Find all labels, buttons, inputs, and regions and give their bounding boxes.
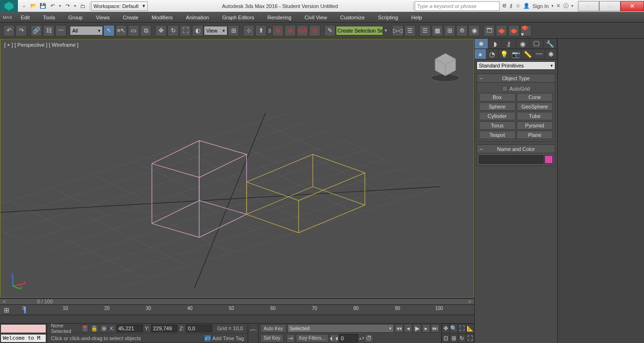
cameras-tab[interactable]: 📷	[510, 49, 522, 59]
curve-editor-button[interactable]: ⊞	[444, 25, 455, 36]
prev-frame-icon[interactable]: ◂	[404, 324, 412, 333]
cylinder-button[interactable]: Cylinder	[479, 112, 516, 120]
time-config-icon[interactable]: ⏱	[365, 334, 373, 343]
x-input[interactable]: 45,221	[117, 325, 143, 332]
snap-toggle-button[interactable]: ⋒	[272, 25, 284, 36]
sphere-button[interactable]: Sphere	[479, 102, 516, 111]
angle-snap-button[interactable]: ⋒	[284, 25, 296, 36]
autogrid-checkbox[interactable]	[502, 86, 508, 92]
spinner-snap-button[interactable]: ⋒	[309, 25, 320, 36]
ref-coord-dropdown[interactable]: View▾	[204, 26, 227, 35]
lock-icon[interactable]: 🔒	[91, 325, 98, 332]
timeline-ruler[interactable]: ⊞ 0102030405060708090100	[0, 305, 474, 315]
unlink-button[interactable]: ⛓	[43, 25, 54, 36]
communication-center-icon[interactable]: ⌒	[248, 324, 258, 343]
menu-scripting[interactable]: Scripting	[378, 15, 398, 20]
geosphere-button[interactable]: GeoSphere	[517, 102, 553, 111]
menu-civil-view[interactable]: Civil View	[305, 15, 327, 20]
render-button[interactable]: 🫖	[508, 25, 519, 36]
render-dropdown-button[interactable]: 🫖▾	[520, 25, 532, 36]
collapse-icon[interactable]: −	[480, 75, 483, 81]
lights-tab[interactable]: 💡	[498, 49, 510, 59]
menu-views[interactable]: Views	[96, 15, 109, 20]
close-button[interactable]: ✕	[620, 1, 644, 11]
menu-animation[interactable]: Animation	[186, 15, 209, 20]
user-icon[interactable]: 👤	[523, 3, 530, 9]
edit-named-button[interactable]: ✎	[324, 25, 335, 36]
undo-icon[interactable]: ↶	[48, 2, 57, 10]
zoom-extents-all-icon[interactable]: ⊞	[450, 334, 458, 343]
motion-tab[interactable]: ◉	[516, 39, 530, 49]
zoom-extents-icon[interactable]: ⊡	[442, 334, 450, 343]
signin-link[interactable]: Sign In	[533, 3, 549, 9]
workspace-dropdown[interactable]: Workspace: Default ▾	[91, 1, 148, 11]
timeline-track[interactable]: < 0 / 100 >	[0, 298, 474, 305]
maxscript-input[interactable]: Welcome to M	[0, 334, 46, 343]
object-color-swatch[interactable]	[544, 155, 553, 164]
time-tag-icon[interactable]: 🏷	[204, 335, 211, 342]
signin-dropdown-icon[interactable]: ▾	[552, 4, 553, 8]
redo-button[interactable]: ↷	[16, 25, 27, 36]
rendered-frame-button[interactable]: 🫖	[496, 25, 507, 36]
material-editor-button[interactable]: ◉	[468, 25, 480, 36]
mirror-button[interactable]: ▷◁	[392, 25, 403, 36]
undo-dropdown-icon[interactable]: ▾	[58, 2, 62, 10]
goto-end-icon[interactable]: ⏭	[431, 324, 439, 333]
pan-icon[interactable]: ✥	[442, 324, 450, 334]
box-button[interactable]: Box	[479, 93, 516, 101]
category-dropdown[interactable]: Standard Primitives ▾	[477, 61, 555, 70]
key-filters-button[interactable]: Key Filters...	[296, 334, 329, 343]
spacewarps-tab[interactable]: 〰	[534, 49, 545, 59]
menu-help[interactable]: Help	[411, 15, 422, 20]
cone-button[interactable]: Cone	[517, 93, 553, 101]
prev-key-icon[interactable]: ⏴⏴	[330, 334, 338, 343]
select-object-button[interactable]: ↖	[103, 25, 115, 36]
object-name-input[interactable]	[479, 155, 544, 164]
track-icon[interactable]: ⊞	[4, 306, 9, 314]
utilities-tab[interactable]: 🔧	[544, 39, 557, 49]
keyboard-shortcut-button[interactable]: ⬆	[255, 25, 267, 36]
hierarchy-tab[interactable]: ⚷	[502, 39, 516, 49]
redo-icon[interactable]: ↷	[63, 2, 72, 10]
window-crossing-button[interactable]: ⧉	[140, 25, 151, 36]
select-rotate-button[interactable]: ↻	[167, 25, 179, 36]
menu-rendering[interactable]: Rendering	[268, 15, 292, 20]
percent-snap-button[interactable]: %⋒	[297, 25, 308, 36]
orbit-icon[interactable]: ↻	[458, 334, 466, 343]
minimize-button[interactable]: ─	[578, 1, 599, 11]
named-selection-dropdown[interactable]: Create Selection Se	[336, 26, 383, 35]
torus-button[interactable]: Torus	[479, 121, 516, 130]
key-mode-dropdown[interactable]: Selected▾	[287, 324, 394, 333]
layer-explorer-button[interactable]: ☰	[419, 25, 431, 36]
selection-filter-dropdown[interactable]: All▾	[70, 26, 103, 35]
app-menu-button[interactable]	[0, 0, 18, 12]
link-button[interactable]: 🔗	[31, 25, 42, 36]
exchange-icon[interactable]: ✕	[556, 3, 560, 9]
infocenter-icon[interactable]: ᙦ	[502, 3, 506, 9]
menu-tools[interactable]: Tools	[43, 15, 55, 20]
toggle-ribbon-button[interactable]: ▦	[432, 25, 443, 36]
menu-edit[interactable]: Edit	[21, 15, 30, 20]
select-by-name-button[interactable]: ≡↖	[116, 25, 127, 36]
menu-create[interactable]: Create	[123, 15, 138, 20]
select-manipulate-button[interactable]: ⊹	[243, 25, 254, 36]
undo-button[interactable]: ↶	[3, 25, 15, 36]
use-pivot-button[interactable]: ⊞	[228, 25, 239, 36]
y-input[interactable]: 229,749	[151, 325, 177, 332]
maximize-button[interactable]: ▭	[599, 1, 620, 11]
set-key-button[interactable]: Set Key	[260, 334, 284, 343]
frame-input[interactable]: 0	[339, 334, 358, 343]
fov-icon[interactable]: 📐	[466, 324, 474, 334]
redo-dropdown-icon[interactable]: ▾	[73, 2, 77, 10]
collapse-icon[interactable]: −	[480, 146, 483, 152]
select-move-button[interactable]: ✥	[155, 25, 167, 36]
maximize-viewport-icon[interactable]: ⛶	[466, 334, 474, 343]
play-icon[interactable]: ▶	[413, 324, 421, 333]
viewport-perspective[interactable]: [ + ] [ Perspective ] [ Wireframe ]	[0, 39, 474, 298]
tube-button[interactable]: Tube	[517, 112, 553, 120]
timeline-arrow-left-icon[interactable]: <	[0, 299, 8, 304]
create-tab[interactable]: ✸	[475, 39, 488, 49]
help-dropdown-icon[interactable]: ▾	[571, 4, 573, 8]
open-icon[interactable]: 📂	[29, 2, 38, 10]
selection-lock-icon[interactable]: 📍	[81, 325, 89, 332]
